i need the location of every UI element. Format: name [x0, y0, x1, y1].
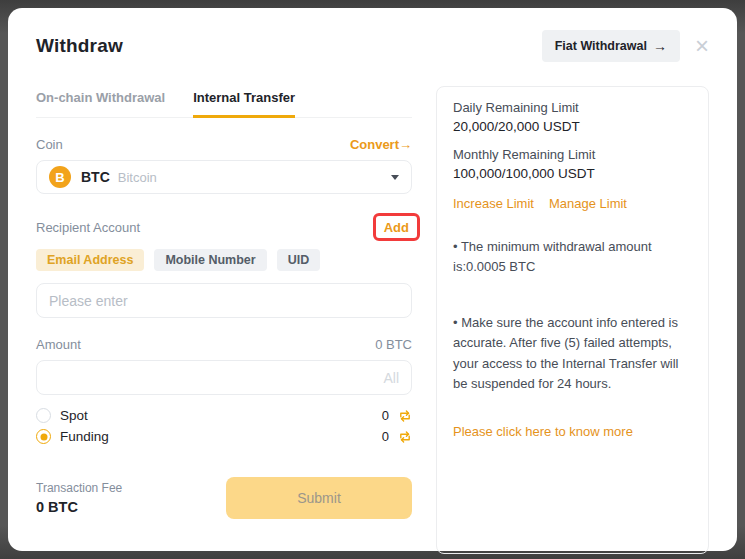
limits-info-panel: Daily Remaining Limit 20,000/20,000 USDT…	[436, 86, 709, 554]
spot-label: Spot	[60, 408, 88, 423]
monthly-limit-block: Monthly Remaining Limit 100,000/100,000 …	[453, 147, 692, 181]
submit-button[interactable]: Submit	[226, 477, 412, 519]
coin-symbol: BTC	[81, 169, 110, 185]
coin-label-row: Coin Convert→	[36, 137, 412, 152]
amount-input[interactable]	[36, 360, 412, 395]
fiat-withdrawal-button[interactable]: Fiat Withdrawal →	[542, 30, 680, 62]
fee-block: Transaction Fee 0 BTC	[36, 481, 122, 515]
chevron-down-icon	[391, 175, 399, 180]
recipient-input[interactable]	[36, 283, 412, 318]
radio-unchecked-icon[interactable]	[36, 408, 51, 423]
coin-name: Bitcoin	[118, 170, 157, 185]
coin-select[interactable]: B BTC Bitcoin	[36, 160, 412, 194]
amount-label-row: Amount 0 BTC	[36, 337, 412, 352]
funding-account-option[interactable]: Funding 0	[36, 426, 412, 447]
recipient-account-label: Recipient Account	[36, 220, 140, 235]
manage-limit-link[interactable]: Manage Limit	[549, 196, 627, 211]
radio-checked-icon[interactable]	[36, 429, 51, 444]
transaction-fee-label: Transaction Fee	[36, 481, 122, 495]
withdraw-modal: Withdraw Fiat Withdrawal → × On-chain Wi…	[8, 8, 737, 551]
close-icon[interactable]: ×	[695, 37, 709, 55]
arrow-right-icon: →	[653, 38, 667, 54]
add-recipient-link[interactable]: Add	[384, 220, 409, 235]
daily-limit-block: Daily Remaining Limit 20,000/20,000 USDT	[453, 100, 692, 134]
monthly-limit-value: 100,000/100,000 USDT	[453, 166, 692, 181]
spot-account-option[interactable]: Spot 0	[36, 405, 412, 426]
page-title: Withdraw	[36, 35, 123, 57]
tab-onchain-withdrawal[interactable]: On-chain Withdrawal	[36, 86, 165, 117]
minimum-withdrawal-note: • The minimum withdrawal amount is:0.000…	[453, 237, 692, 277]
withdraw-form: On-chain Withdrawal Internal Transfer Co…	[36, 86, 412, 554]
monthly-limit-label: Monthly Remaining Limit	[453, 147, 692, 162]
daily-limit-label: Daily Remaining Limit	[453, 100, 692, 115]
bitcoin-icon: B	[49, 166, 71, 188]
funding-balance: 0	[382, 429, 389, 444]
daily-limit-value: 20,000/20,000 USDT	[453, 119, 692, 134]
transaction-fee-value: 0 BTC	[36, 499, 122, 515]
add-highlight-annotation: Add	[373, 213, 420, 241]
transfer-swap-icon[interactable]	[398, 430, 412, 444]
account-source-options: Spot 0 Funding 0	[36, 405, 412, 447]
header-actions: Fiat Withdrawal → ×	[542, 30, 709, 62]
recipient-label-row: Recipient Account Add	[36, 213, 412, 241]
spot-balance: 0	[382, 408, 389, 423]
amount-available: 0 BTC	[375, 337, 412, 352]
form-footer: Transaction Fee 0 BTC Submit	[36, 477, 412, 519]
fiat-withdrawal-label: Fiat Withdrawal	[555, 39, 647, 53]
withdrawal-type-tabs: On-chain Withdrawal Internal Transfer	[36, 86, 412, 118]
tab-internal-transfer[interactable]: Internal Transfer	[193, 86, 295, 117]
coin-label: Coin	[36, 137, 63, 152]
funding-label: Funding	[60, 429, 109, 444]
transfer-swap-icon[interactable]	[398, 409, 412, 423]
convert-link[interactable]: Convert→	[350, 137, 412, 152]
method-pill-uid[interactable]: UID	[277, 249, 321, 271]
amount-label: Amount	[36, 337, 81, 352]
modal-header: Withdraw Fiat Withdrawal → ×	[36, 30, 709, 62]
limit-links: Increase Limit Manage Limit	[453, 196, 692, 211]
account-accuracy-note: • Make sure the account info entered is …	[453, 313, 692, 394]
method-pill-email[interactable]: Email Address	[36, 249, 144, 271]
recipient-method-pills: Email Address Mobile Number UID	[36, 249, 412, 271]
method-pill-mobile[interactable]: Mobile Number	[154, 249, 266, 271]
know-more-link[interactable]: Please click here to know more	[453, 424, 692, 439]
modal-body: On-chain Withdrawal Internal Transfer Co…	[36, 86, 709, 554]
increase-limit-link[interactable]: Increase Limit	[453, 196, 534, 211]
